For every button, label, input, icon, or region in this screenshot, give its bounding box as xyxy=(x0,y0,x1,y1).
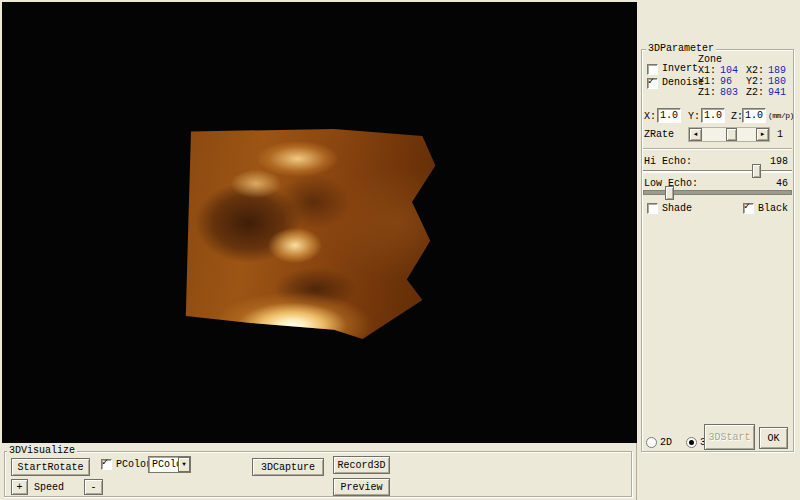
pcolor-checkbox[interactable]: ✓ xyxy=(101,459,112,470)
zone-x1-value: 104 xyxy=(720,65,738,76)
zrate-right-arrow-icon[interactable]: ► xyxy=(756,128,769,141)
zone-z1-label: Z1: xyxy=(698,87,716,98)
zone-x2-value: 189 xyxy=(768,65,786,76)
hi-echo-value: 198 xyxy=(770,156,788,167)
x-scale-label: X: xyxy=(644,111,656,122)
zone-label: Zone xyxy=(698,54,722,65)
hi-echo-label: Hi Echo: xyxy=(644,156,692,167)
chevron-down-icon[interactable]: ▼ xyxy=(178,457,190,472)
speed-label: Speed xyxy=(34,482,64,493)
denoise-checkbox[interactable]: ✓ xyxy=(647,78,658,89)
zrate-scrollbar[interactable]: ◄ ► xyxy=(688,127,770,142)
start-rotate-button[interactable]: StartRotate xyxy=(11,458,90,476)
low-echo-value: 46 xyxy=(776,178,788,189)
pcolor-label: PColor xyxy=(116,459,152,470)
zone-x1-label: X1: xyxy=(698,65,716,76)
black-label: Black xyxy=(758,203,788,214)
parameter-group-title: 3DParameter xyxy=(646,43,716,54)
render-viewport[interactable] xyxy=(2,2,637,443)
check-icon: ✓ xyxy=(648,76,654,88)
scale-unit-label: (mm/p) xyxy=(768,111,794,120)
record3d-button[interactable]: Record3D xyxy=(333,456,390,474)
zone-y1-label: Y1: xyxy=(698,76,716,87)
preview-button[interactable]: Preview xyxy=(333,478,390,496)
radio-2d[interactable] xyxy=(646,437,657,448)
ok-button[interactable]: OK xyxy=(759,427,788,449)
parameter-groupbox: 3DParameter Invert ✓ Denoise Zone X1: 10… xyxy=(641,49,794,452)
zrate-left-arrow-icon[interactable]: ◄ xyxy=(689,128,702,141)
zone-y2-label: Y2: xyxy=(746,76,764,87)
3dstart-button[interactable]: 3DStart xyxy=(704,424,755,450)
zone-x2-label: X2: xyxy=(746,65,764,76)
z-scale-input[interactable] xyxy=(742,108,766,123)
divider xyxy=(643,148,792,150)
panel-divider xyxy=(636,443,637,500)
zrate-label: ZRate xyxy=(644,129,674,140)
zone-z1-value: 803 xyxy=(720,87,738,98)
visualize-groupbox: 3DVisualize StartRotate + Speed - ✓ PCol… xyxy=(4,451,632,497)
speed-plus-button[interactable]: + xyxy=(11,479,28,495)
shade-checkbox[interactable] xyxy=(647,203,658,214)
ultrasound-volume-image xyxy=(178,120,438,348)
3dcapture-button[interactable]: 3DCapture xyxy=(252,458,324,476)
invert-label: Invert xyxy=(662,63,698,74)
y-scale-input[interactable] xyxy=(701,108,725,123)
zone-z2-value: 941 xyxy=(768,87,786,98)
invert-checkbox[interactable] xyxy=(647,64,658,75)
y-scale-label: Y: xyxy=(688,111,700,122)
zone-z2-label: Z2: xyxy=(746,87,764,98)
radio-2d-label: 2D xyxy=(660,437,672,448)
speed-minus-button[interactable]: - xyxy=(84,479,103,495)
zone-y2-value: 180 xyxy=(768,76,786,87)
hi-echo-thumb[interactable] xyxy=(752,164,761,178)
shade-label: Shade xyxy=(662,203,692,214)
pcolor-dropdown[interactable]: PColor ▼ xyxy=(148,456,191,473)
x-scale-input[interactable] xyxy=(657,108,681,123)
visualize-group-title: 3DVisualize xyxy=(7,445,77,456)
hi-echo-track[interactable] xyxy=(643,170,792,173)
low-echo-thumb[interactable] xyxy=(665,186,674,200)
black-checkbox[interactable]: ✓ xyxy=(743,203,754,214)
check-icon: ✓ xyxy=(744,201,750,213)
zrate-thumb[interactable] xyxy=(726,128,737,141)
radio-3d[interactable] xyxy=(686,437,697,448)
zone-y1-value: 96 xyxy=(720,76,732,87)
zrate-value: 1 xyxy=(777,129,783,140)
check-icon: ✓ xyxy=(102,457,108,469)
